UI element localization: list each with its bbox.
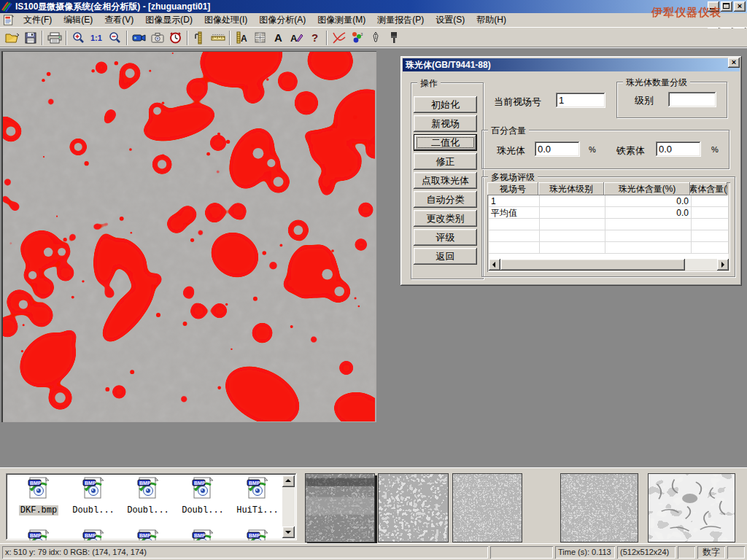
menu-item-8[interactable]: 测量报告(P) <box>371 12 430 28</box>
file-item-1[interactable]: BMP DKF.bmp <box>15 476 63 516</box>
dialog-button-3[interactable]: 二值化 <box>414 134 477 151</box>
measure-text-icon[interactable]: A <box>233 30 251 46</box>
dialog-close-button[interactable]: × <box>728 58 740 68</box>
document-icon[interactable] <box>3 15 15 26</box>
pearlite-input[interactable] <box>535 141 580 157</box>
scroll-right-button[interactable] <box>717 259 729 271</box>
dialog-button-1[interactable]: 初始化 <box>414 96 477 113</box>
toolbar: 1:1 A A A ? 3 <box>0 28 747 47</box>
menu-item-1[interactable]: 文件(F) <box>18 12 58 28</box>
metallographic-image[interactable] <box>1 51 376 422</box>
thumbnail-5[interactable] <box>648 473 735 542</box>
file-item-2[interactable]: BMP Doubl... <box>69 476 117 516</box>
menu-item-5[interactable]: 图像处理(I) <box>198 12 253 28</box>
table-body[interactable]: 10.0平均值0.0 <box>489 195 729 259</box>
dialog-button-9[interactable]: 返回 <box>414 248 477 265</box>
text-annotation-icon[interactable]: A <box>269 30 287 46</box>
thumbnail-4[interactable] <box>560 473 638 542</box>
file-name[interactable]: DKF.bmp <box>19 505 58 516</box>
close-button[interactable]: × <box>734 1 746 12</box>
dialog-button-6[interactable]: 自动分类 <box>414 191 477 208</box>
thumbnail-1[interactable] <box>305 473 375 542</box>
open-folder-icon[interactable] <box>3 30 21 46</box>
save-icon[interactable] <box>21 30 39 46</box>
menu-item-9[interactable]: 设置(S) <box>430 12 471 28</box>
scrollbar-thumb[interactable] <box>500 259 685 271</box>
file-item-4[interactable]: BMP Doubl... <box>179 476 227 516</box>
table-row-5[interactable] <box>489 242 729 254</box>
table-cell <box>540 195 605 207</box>
scroll-down-button[interactable] <box>282 526 295 538</box>
file-name[interactable]: HuiTi... <box>235 505 280 516</box>
file-item-3[interactable]: BMP Doubl... <box>124 476 172 516</box>
dialog-button-8[interactable]: 评级 <box>414 229 477 246</box>
file-name[interactable]: Doubl... <box>180 505 225 516</box>
table-header-2[interactable]: 珠光体级别 <box>538 182 604 195</box>
table-cell <box>692 242 729 254</box>
menu-item-7[interactable]: 图像测量(M) <box>311 12 371 28</box>
table-row-2[interactable]: 平均值0.0 <box>489 207 729 219</box>
thumbnail-2[interactable] <box>378 473 449 542</box>
table-row-1[interactable]: 10.0 <box>489 195 729 207</box>
ferrite-input[interactable] <box>656 141 701 157</box>
table-cell <box>540 219 605 230</box>
file-name[interactable]: Doubl... <box>125 505 171 516</box>
svg-text:?: ? <box>311 32 318 44</box>
grade-input[interactable] <box>668 92 716 107</box>
caliper-icon[interactable] <box>190 30 209 46</box>
file-item-8[interactable]: BMP <box>124 529 172 540</box>
maximize-button[interactable] <box>721 1 732 12</box>
file-list-scrollbar[interactable] <box>282 475 295 538</box>
pearlite-dialog: 珠光体(GB/T9441-88) × 操作 初始化新视场二值化修正点取珠光体自动… <box>400 56 742 286</box>
dialog-button-5[interactable]: 点取珠光体 <box>414 172 477 189</box>
curve-tool-icon[interactable] <box>330 30 348 46</box>
pen-tool-icon[interactable] <box>366 30 384 46</box>
dialog-button-2[interactable]: 新视场 <box>414 115 477 132</box>
file-item-5[interactable]: BMP HuiTi... <box>233 476 282 516</box>
svg-text:A: A <box>241 34 247 44</box>
timer-clock-icon[interactable] <box>166 30 185 46</box>
zoom-in-icon[interactable] <box>69 30 88 46</box>
grading-group: 珠光体数量分级 级别 <box>616 82 727 118</box>
edit-text-icon[interactable]: A <box>287 30 306 46</box>
print-icon[interactable] <box>45 30 63 46</box>
file-item-10[interactable]: BMP <box>233 529 282 540</box>
video-camera-icon[interactable] <box>130 30 148 46</box>
table-header-1[interactable]: 视场号 <box>487 182 538 195</box>
file-name[interactable]: Doubl... <box>71 505 116 516</box>
ruler-icon[interactable] <box>209 30 227 46</box>
file-item-7[interactable]: BMP <box>69 529 117 540</box>
grid-measure-icon[interactable] <box>251 30 269 46</box>
help-icon[interactable]: ? <box>306 30 324 46</box>
bmp-file-icon: BMP <box>191 476 214 499</box>
file-browser[interactable]: BMP DKF.bmp BMP Doubl... BMP Doubl... BM… <box>6 473 297 540</box>
thumbnail-3[interactable] <box>452 473 522 542</box>
menu-item-2[interactable]: 编辑(E) <box>58 12 98 28</box>
table-row-4[interactable] <box>489 230 729 242</box>
zoom-out-icon[interactable] <box>106 30 124 46</box>
menu-item-10[interactable]: 帮助(H) <box>471 12 512 28</box>
table-row-3[interactable] <box>489 219 729 230</box>
time-status: Time (s): 0.113 <box>555 546 615 559</box>
table-header-4[interactable]: 铁素体含量(%) <box>690 182 727 195</box>
scroll-left-button[interactable] <box>489 259 500 271</box>
dialog-title-bar[interactable]: 珠光体(GB/T9441-88) <box>403 58 740 71</box>
particle-classes-icon[interactable]: 3 <box>348 30 366 46</box>
scroll-up-button[interactable] <box>282 475 295 487</box>
scrollbar-track[interactable] <box>685 259 717 271</box>
menu-item-3[interactable]: 查看(V) <box>98 12 139 28</box>
menu-item-4[interactable]: 图像显示(D) <box>139 12 198 28</box>
brush-tool-icon[interactable] <box>384 30 403 46</box>
current-field-input[interactable] <box>556 93 605 108</box>
actual-size-icon[interactable]: 1:1 <box>88 30 106 46</box>
table-cell <box>540 242 605 254</box>
capture-camera-icon[interactable] <box>148 30 166 46</box>
dialog-button-4[interactable]: 修正 <box>414 153 477 170</box>
table-horizontal-scrollbar[interactable] <box>489 259 729 271</box>
menu-item-6[interactable]: 图像分析(A) <box>253 12 311 28</box>
table-cell: 平均值 <box>489 207 540 219</box>
table-header-3[interactable]: 珠光体含量(%) <box>604 182 690 195</box>
file-item-6[interactable]: BMP <box>15 529 63 540</box>
dialog-button-7[interactable]: 更改类别 <box>414 210 477 227</box>
file-item-9[interactable]: BMP <box>179 529 227 540</box>
